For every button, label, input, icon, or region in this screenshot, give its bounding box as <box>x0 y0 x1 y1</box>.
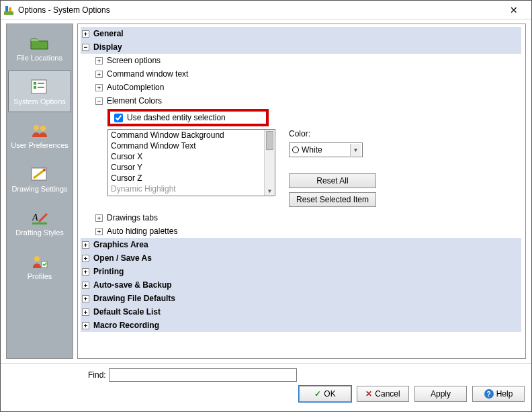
sidebar-item-file-locations[interactable]: File Locations <box>8 26 71 69</box>
list-item[interactable]: Dynamic Highlight <box>108 183 275 194</box>
expander-icon[interactable]: + <box>82 30 89 38</box>
sidebar-item-drafting-styles[interactable]: A Drafting Styles <box>8 201 71 243</box>
tree-item-element-colors[interactable]: − Element Colors <box>81 94 521 108</box>
highlighted-option: Use dashed entity selection <box>107 109 269 126</box>
tree-item-auto-hiding-palettes[interactable]: + Auto hiding palettes <box>81 224 521 238</box>
tree-label: Command window text <box>105 67 188 81</box>
expander-icon[interactable]: + <box>82 241 89 249</box>
list-item[interactable]: Cursor X <box>108 151 275 162</box>
tree-section-general[interactable]: + General <box>81 27 521 40</box>
list-item[interactable]: Cursor Y <box>108 162 275 173</box>
category-sidebar: File Locations System Options User Prefe… <box>6 24 73 359</box>
help-button[interactable]: ? Help <box>472 386 525 402</box>
options-tree-panel: + General − Display + Screen options + C… <box>77 24 526 359</box>
tree-label: AutoCompletion <box>105 81 164 94</box>
element-colors-list[interactable]: Command Window Background Command Window… <box>107 129 275 196</box>
expander-icon[interactable]: + <box>82 308 89 316</box>
options-list-icon <box>29 77 50 96</box>
svg-point-14 <box>34 256 40 261</box>
tree-section-printing[interactable]: + Printing <box>81 265 521 278</box>
tree-section-macro-recording[interactable]: + Macro Recording <box>81 319 521 332</box>
sidebar-item-system-options[interactable]: System Options <box>8 70 71 112</box>
app-icon <box>3 5 14 15</box>
expander-icon[interactable]: + <box>82 282 89 289</box>
titlebar: Options - System Options ✕ <box>1 1 531 19</box>
reset-all-button[interactable]: Reset All <box>289 173 376 188</box>
expander-icon[interactable]: + <box>82 322 89 329</box>
expander-icon[interactable]: + <box>95 228 103 235</box>
tree-section-open-save-as[interactable]: + Open / Save As <box>81 251 521 265</box>
color-value: White <box>302 145 322 155</box>
folder-icon <box>29 34 50 52</box>
color-combobox[interactable]: White ▼ <box>289 142 363 157</box>
tree-section-graphics-area[interactable]: + Graphics Area <box>81 238 521 251</box>
tree-item-screen-options[interactable]: + Screen options <box>81 54 521 67</box>
expander-icon[interactable]: + <box>95 57 103 65</box>
tree-section-display[interactable]: − Display <box>81 40 521 54</box>
tree-label: Graphics Area <box>92 238 148 251</box>
checkbox-label: Use dashed entity selection <box>127 113 226 122</box>
tree-label: Element Colors <box>105 94 162 108</box>
svg-rect-7 <box>38 87 44 88</box>
expander-icon[interactable]: + <box>82 268 89 276</box>
sidebar-item-label: File Locations <box>17 54 62 62</box>
find-input[interactable] <box>109 368 297 382</box>
users-icon <box>29 121 50 140</box>
scroll-down-icon[interactable]: ▼ <box>265 186 275 196</box>
svg-rect-5 <box>38 83 44 84</box>
color-label: Color: <box>289 129 383 138</box>
list-item[interactable]: Cursor Z <box>108 173 275 183</box>
tree-item-drawings-tabs[interactable]: + Drawings tabs <box>81 211 521 224</box>
list-item[interactable]: Command Window Text <box>108 140 275 151</box>
list-item[interactable]: Command Window Background <box>108 130 275 140</box>
tree-label: Auto hiding palettes <box>105 224 177 238</box>
expander-icon[interactable]: + <box>95 71 103 78</box>
expander-icon[interactable]: − <box>95 97 103 105</box>
svg-point-8 <box>34 125 39 130</box>
expander-icon[interactable]: + <box>95 84 103 91</box>
list-item[interactable]: ESnap Cue <box>108 194 275 196</box>
svg-rect-2 <box>9 7 11 11</box>
tree-label: Drawing File Defaults <box>92 292 175 305</box>
sidebar-item-label: Profiles <box>28 272 52 280</box>
check-icon: ✓ <box>314 389 321 399</box>
sidebar-item-profiles[interactable]: Profiles <box>8 245 71 287</box>
tree-label: Screen options <box>105 54 161 67</box>
close-icon: ✕ <box>365 389 372 399</box>
tree-label: General <box>92 27 124 40</box>
sidebar-item-drawing-settings[interactable]: Drawing Settings <box>8 157 71 200</box>
scrollbar[interactable]: ▲ ▼ <box>264 130 275 196</box>
tree-label: Auto-save & Backup <box>92 278 172 292</box>
tree-section-auto-save-backup[interactable]: + Auto-save & Backup <box>81 278 521 292</box>
window-title: Options - System Options <box>18 5 500 15</box>
tree-item-autocompletion[interactable]: + AutoCompletion <box>81 81 521 94</box>
svg-text:A: A <box>32 212 38 222</box>
tree-section-drawing-file-defaults[interactable]: + Drawing File Defaults <box>81 292 521 305</box>
sidebar-item-label: User Preferences <box>11 141 69 149</box>
reset-selected-button[interactable]: Reset Selected Item <box>289 192 376 207</box>
scroll-thumb[interactable] <box>266 131 273 150</box>
element-colors-panel: Use dashed entity selection Command Wind… <box>107 109 521 207</box>
sidebar-item-user-preferences[interactable]: User Preferences <box>8 114 71 156</box>
find-row: Find: <box>1 363 531 386</box>
drawing-icon <box>29 165 50 183</box>
chevron-down-icon[interactable]: ▼ <box>350 144 361 156</box>
expander-icon[interactable]: + <box>82 255 89 262</box>
svg-point-11 <box>43 169 46 171</box>
sidebar-item-label: Drafting Styles <box>15 229 64 237</box>
expander-icon[interactable]: + <box>95 214 103 222</box>
profile-icon <box>29 252 50 271</box>
tree-label: Drawings tabs <box>105 211 158 224</box>
ok-button[interactable]: ✓ OK <box>299 386 351 402</box>
tree-item-command-window-text[interactable]: + Command window text <box>81 67 521 81</box>
tree-label: Default Scale List <box>92 305 161 319</box>
find-label: Find: <box>88 370 106 380</box>
expander-icon[interactable]: − <box>82 44 89 51</box>
apply-button[interactable]: Apply <box>414 386 467 402</box>
tree-label: Open / Save As <box>92 251 152 265</box>
tree-section-default-scale-list[interactable]: + Default Scale List <box>81 305 521 319</box>
cancel-button[interactable]: ✕ Cancel <box>357 386 409 402</box>
expander-icon[interactable]: + <box>82 295 89 302</box>
use-dashed-entity-selection-checkbox[interactable] <box>114 114 123 122</box>
close-button[interactable]: ✕ <box>500 1 527 19</box>
